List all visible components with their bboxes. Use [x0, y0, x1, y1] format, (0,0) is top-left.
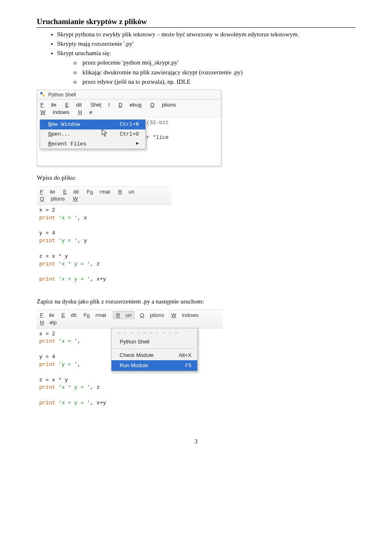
section-heading: Uruchamianie skryptów z plików: [37, 16, 355, 28]
screenshot-editor: File Edit Format Run Options W x = 2 pri…: [37, 186, 172, 286]
submenu-separator: [113, 348, 196, 349]
menu-file[interactable]: File: [40, 189, 55, 195]
menu-item-shortcut: Ctrl+O: [120, 131, 139, 138]
submenu-arrow-icon: ▶: [136, 140, 139, 148]
menu-options[interactable]: Options: [40, 196, 65, 202]
sub-text: przez polecenie 'python mój_skrypt.py': [82, 59, 178, 66]
file-submenu: New Window Ctrl+N Open... Ctrl+O Recent …: [40, 119, 146, 149]
svg-rect-1: [42, 94, 45, 96]
menu-help[interactable]: He: [78, 109, 92, 115]
menu-item-check-module[interactable]: Check Module Alt+X: [111, 350, 197, 361]
menu-windows[interactable]: W: [73, 196, 84, 202]
menu-format[interactable]: Format: [87, 189, 110, 195]
menu-debug[interactable]: Debug: [118, 102, 141, 108]
shell-body: - - - - - - - - - - - - - - .2-2 (32-bit…: [37, 118, 221, 166]
menu-file[interactable]: File: [40, 312, 54, 318]
menu-item-python-shell[interactable]: Python Shell: [111, 337, 197, 347]
sub-item: oprzez edytor (jeśli na to pozwala), np.…: [74, 78, 355, 86]
label-wpisz: Wpisz do pliku:: [37, 174, 355, 182]
menu-item-label: Python Shell: [120, 338, 149, 346]
menu-options[interactable]: Options: [140, 312, 164, 318]
page-number: 3: [37, 438, 355, 446]
bullet-item: Skrypt pythona to zwykły plik tekstowy –…: [57, 30, 355, 38]
menu-help[interactable]: Help: [40, 319, 57, 326]
run-submenu: - - - - - - - - - - Python Shell Check M…: [111, 328, 198, 371]
sub-item: oklikając dwukrotnie na plik zawierający…: [74, 68, 355, 76]
menu-item-shortcut: Ctrl+N: [120, 121, 139, 128]
bullet-item: Skrypty mają rozszerzenie '.py': [57, 40, 355, 48]
sub-text: przez edytor (jeśli na to pozwala), np. …: [82, 78, 190, 85]
menu-item-label: Check Module: [120, 352, 154, 359]
bullet-item: Skrypt uruchamia się: oprzez polecenie '…: [57, 49, 355, 86]
menu-item-label: Open...: [48, 131, 71, 138]
screenshot-editor-run-menu: File Edit Format Run Options Windows Hel…: [37, 310, 223, 410]
window-titlebar: Python Shell: [37, 90, 221, 100]
submenu-dashes: - - - - - - - - - -: [111, 328, 197, 337]
menu-shell[interactable]: Shell: [91, 102, 110, 108]
menu-file[interactable]: File: [40, 102, 56, 108]
menu-item-recent-files[interactable]: Recent Files ▶: [40, 139, 145, 149]
menu-item-label: Recent Files: [48, 140, 87, 148]
menu-options[interactable]: Options: [150, 102, 176, 108]
screenshot-python-shell: Python Shell File Edit Shell Debug Optio…: [37, 90, 221, 166]
menubar: File Edit Shell Debug Options Windows He: [37, 100, 221, 118]
code-area: x = 2 print 'x = ', x y = 4 print 'y = '…: [37, 205, 172, 286]
sub-item: oprzez polecenie 'python mój_skrypt.py': [74, 58, 355, 67]
menubar: File Edit Format Run Options Windows Hel…: [37, 310, 223, 328]
menu-item-label: Run Module: [120, 362, 148, 369]
menu-item-shortcut: F5: [185, 362, 192, 369]
menu-item-open[interactable]: Open... Ctrl+O: [40, 129, 145, 139]
menu-edit[interactable]: Edit: [62, 312, 76, 318]
sub-text: klikając dwukrotnie na plik zawierający …: [82, 69, 243, 76]
bullet-list: Skrypt pythona to zwykły plik tekstowy –…: [37, 30, 355, 86]
menu-edit[interactable]: Edit: [65, 102, 82, 108]
menu-edit[interactable]: Edit: [63, 189, 79, 195]
menu-item-run-module[interactable]: Run Module F5: [111, 360, 197, 371]
sub-list: oprzez polecenie 'python mój_skrypt.py' …: [57, 58, 355, 86]
menubar: File Edit Format Run Options W: [37, 187, 172, 205]
label-zapisz: Zapisz na dysku jako plik z rozszerzenie…: [37, 297, 355, 305]
menu-item-shortcut: Alt+X: [179, 352, 192, 359]
menu-format[interactable]: Format: [84, 312, 106, 318]
bullet-text: Skrypt uruchamia się:: [57, 50, 111, 56]
window-title: Python Shell: [48, 92, 76, 98]
python-icon: [40, 91, 45, 97]
menu-run[interactable]: Run: [118, 189, 134, 195]
menu-windows[interactable]: Windows: [171, 312, 198, 318]
svg-rect-0: [40, 92, 42, 94]
menu-item-label: New Window: [48, 121, 80, 128]
menu-run-open[interactable]: Run: [113, 311, 134, 319]
menu-item-new-window[interactable]: New Window Ctrl+N: [40, 120, 145, 129]
menu-windows[interactable]: Windows: [40, 109, 69, 115]
